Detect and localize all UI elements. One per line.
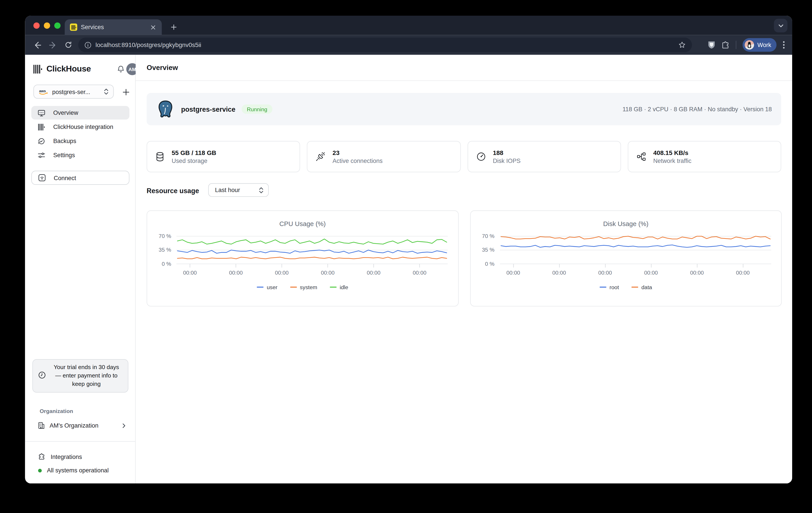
add-service-button[interactable] — [120, 86, 132, 97]
legend-dash — [257, 287, 264, 288]
select-updown-chevron-icon — [259, 187, 263, 193]
svg-text:aws: aws — [39, 89, 46, 93]
extensions-puzzle-icon[interactable] — [722, 41, 730, 49]
sidebar-item-label: ClickHouse integration — [53, 124, 113, 130]
overview-monitor-icon — [34, 109, 48, 117]
charts-row: CPU Usage (%) user system idle 70 %35 %0… — [147, 210, 782, 306]
toolbar-right: Work — [708, 35, 792, 55]
system-status-row[interactable]: All systems operational — [33, 464, 133, 477]
x-axis-tick-label: 00:00 — [404, 269, 435, 276]
y-axis-tick-label: 70 % — [147, 233, 171, 239]
connect-button[interactable]: Connect — [31, 171, 129, 185]
brand-row: ClickHouse AM — [33, 63, 130, 75]
integrations-row[interactable]: Integrations — [33, 451, 133, 463]
tab-title: Services — [81, 24, 146, 30]
shield-extension-icon[interactable] — [708, 40, 716, 49]
chart-plot-area — [499, 233, 771, 268]
chart-plot-area — [176, 233, 448, 268]
x-axis-tick-label: 00:00 — [498, 269, 529, 276]
connect-icon — [35, 174, 48, 182]
new-tab-button[interactable] — [168, 21, 180, 33]
window-close-button[interactable] — [33, 23, 39, 29]
sidebar-item-backups[interactable]: Backups — [31, 134, 129, 148]
x-axis-tick-label: 00:00 — [589, 269, 621, 276]
y-axis-tick-label: 0 % — [147, 260, 171, 266]
refresh-icon[interactable] — [63, 39, 74, 51]
browser-toolbar: localhost:8910/postgres/pgkybgnv0s5ii — [25, 35, 792, 55]
profile-chip[interactable]: Work — [743, 38, 777, 52]
sidebar-item-clickhouse-integration[interactable]: ClickHouse integration — [31, 120, 129, 134]
stat-label: Network traffic — [653, 158, 691, 164]
line-chart-svg — [499, 233, 771, 268]
chart-title: Disk Usage (%) — [470, 220, 781, 228]
stat-label: Disk IOPS — [493, 158, 521, 164]
profile-name: Work — [757, 42, 772, 48]
stat-value: 55 GB / 118 GB — [172, 149, 216, 156]
window-minimize-button[interactable] — [44, 23, 50, 29]
service-selector[interactable]: aws postgres-ser... — [33, 85, 114, 99]
tab-search-chevron-icon[interactable] — [774, 19, 787, 32]
back-icon[interactable] — [31, 39, 43, 51]
organization-building-icon — [37, 422, 45, 429]
browser-window: Services — [25, 16, 792, 483]
address-bar[interactable]: localhost:8910/postgres/pgkybgnv0s5ii — [78, 37, 692, 52]
notifications-bell-icon[interactable] — [115, 63, 126, 75]
tab-close-icon[interactable] — [149, 23, 156, 31]
stats-row: 55 GB / 118 GBUsed storage 23Active conn… — [147, 141, 781, 172]
clickhouse-logo-icon — [33, 64, 42, 73]
x-axis-tick-label: 00:00 — [312, 269, 343, 276]
stat-label: Used storage — [172, 158, 216, 164]
disk-usage-chart: Disk Usage (%) root data 70 %35 %0 %00:0… — [470, 210, 782, 306]
legend-label: user — [267, 284, 278, 290]
legend-item: data — [632, 284, 652, 290]
trial-notice-text: Your trial ends in 30 days — enter payme… — [50, 363, 123, 388]
sidebar-item-overview[interactable]: Overview — [31, 106, 129, 119]
cpu-usage-chart: CPU Usage (%) user system idle 70 %35 %0… — [147, 210, 459, 306]
y-axis-tick-label: 35 % — [470, 246, 494, 253]
series-line-idle — [177, 239, 446, 244]
site-info-icon[interactable] — [85, 41, 91, 48]
line-chart-svg — [176, 233, 448, 268]
desktop: Services — [0, 0, 812, 513]
aws-logo-icon: aws — [39, 88, 48, 95]
chevron-right-icon — [122, 423, 126, 428]
legend-item: idle — [330, 284, 348, 290]
x-axis-tick-label: 00:00 — [544, 269, 575, 276]
status-badge: Running — [242, 105, 272, 114]
y-axis-tick-label: 35 % — [147, 246, 171, 253]
stat-card-disk-iops: 188Disk IOPS — [467, 141, 621, 172]
browser-titlebar: Services — [25, 16, 792, 35]
trial-notice[interactable]: Your trial ends in 30 days — enter payme… — [32, 359, 128, 393]
selected-service-name: postgres-ser... — [52, 88, 100, 95]
postgresql-logo-icon — [156, 99, 175, 119]
browser-menu-icon[interactable] — [783, 40, 785, 49]
gauge-icon — [476, 152, 486, 161]
page-title: Overview — [147, 64, 178, 72]
backup-history-icon — [34, 137, 48, 145]
legend-dash — [290, 287, 297, 288]
settings-sliders-icon — [34, 151, 48, 159]
legend-dash — [330, 287, 337, 288]
stat-value: 188 — [493, 149, 521, 156]
sidebar-item-settings[interactable]: Settings — [31, 148, 129, 162]
browser-tab[interactable]: Services — [65, 20, 162, 35]
series-line-root — [501, 245, 770, 248]
window-zoom-button[interactable] — [54, 23, 60, 29]
page-header: Overview — [136, 55, 792, 81]
bookmark-star-icon[interactable] — [678, 41, 686, 49]
legend-label: data — [641, 284, 652, 290]
plug-icon — [316, 152, 325, 161]
url-text: localhost:8910/postgres/pgkybgnv0s5ii — [95, 41, 674, 49]
stat-label: Active connections — [332, 158, 383, 164]
x-axis-tick-label: 00:00 — [220, 269, 252, 276]
forward-icon[interactable] — [47, 39, 58, 51]
status-text: All systems operational — [47, 467, 109, 474]
sidebar-item-label: Overview — [53, 110, 78, 116]
organization-row[interactable]: AM's Organization — [33, 419, 129, 432]
time-range-select[interactable]: Last hour — [208, 183, 269, 197]
stat-card-active-connections: 23Active connections — [307, 141, 461, 172]
legend-label: root — [609, 284, 619, 290]
chart-legend: root data — [470, 284, 781, 290]
page-content: ClickHouse AM aws postgres-ser... — [25, 55, 792, 483]
legend-item: root — [600, 284, 619, 290]
